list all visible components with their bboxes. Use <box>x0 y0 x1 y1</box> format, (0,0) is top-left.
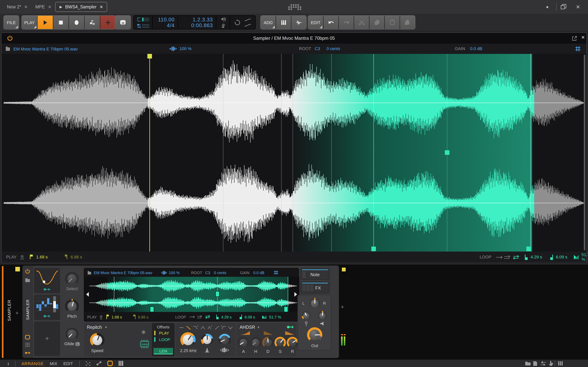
time-signature-value[interactable]: 4/4 <box>156 22 174 28</box>
close-tab-icon[interactable]: ✕ <box>100 4 103 9</box>
expanded-view-icon[interactable] <box>25 334 30 340</box>
mini-loop-start-handle[interactable] <box>150 307 154 312</box>
mini-loop-end[interactable]: 6.09 s <box>245 315 255 319</box>
automation-write-icon[interactable] <box>244 24 251 26</box>
speed-knob[interactable] <box>90 333 104 348</box>
play-menu-button[interactable]: PLAY <box>22 16 37 29</box>
add-device-plus[interactable]: + <box>15 310 19 316</box>
loop-pingpong-icon[interactable] <box>204 315 211 319</box>
snap-grid-icon[interactable] <box>86 361 91 366</box>
paste-button[interactable] <box>385 16 400 29</box>
mini-play-end[interactable]: 6.86 s <box>138 315 148 319</box>
redo-button[interactable] <box>339 16 354 29</box>
automation-follow-icon[interactable] <box>244 18 251 21</box>
position-section[interactable]: 1.2.3.33 0:00.863 <box>178 16 216 29</box>
play-start-value[interactable]: 1.68 s <box>36 255 48 259</box>
loop-icon[interactable] <box>233 19 241 26</box>
mini-stretch-amount[interactable]: 100 % <box>169 270 180 275</box>
mini-crossfade-handle[interactable] <box>216 291 219 297</box>
ram-chip-icon[interactable]: RAM <box>140 340 149 348</box>
loop-crossfade-handle[interactable] <box>445 150 450 155</box>
mini-root-cents[interactable]: 0 cents <box>214 270 226 275</box>
loop-crossfade-value[interactable]: 51.7 % <box>581 252 588 261</box>
undo-button[interactable] <box>323 16 338 29</box>
mod-amount-arrow-icon[interactable] <box>43 287 51 292</box>
file-menu-button[interactable]: FILE <box>4 16 19 29</box>
mini-play-start[interactable]: 1.68 s <box>112 315 122 319</box>
close-tab-icon[interactable]: ✕ <box>48 4 51 9</box>
env-release-knob[interactable] <box>287 337 298 348</box>
device-selection-marker[interactable] <box>342 267 346 271</box>
add-device-plus[interactable]: + <box>341 304 344 310</box>
stop-button[interactable] <box>53 16 69 29</box>
layout-mix-tab[interactable]: MIX <box>50 361 57 366</box>
root-note-value[interactable]: C3 <box>315 46 320 51</box>
loop-pingpong-icon[interactable] <box>512 255 521 259</box>
filter-cutoff-value[interactable]: 2.25 kHz <box>176 348 201 353</box>
select-knob[interactable] <box>65 272 79 286</box>
cut-button[interactable] <box>354 16 369 29</box>
offset-len-button[interactable]: LEN <box>154 348 173 354</box>
metronome-icon[interactable] <box>221 23 225 28</box>
loop-off-icon[interactable] <box>189 315 196 319</box>
waveform-display[interactable] <box>1 54 587 251</box>
overdub-button[interactable]: W <box>85 16 100 29</box>
virtual-keyboard-icon[interactable] <box>558 361 563 366</box>
tempo-value[interactable]: 110.00 <box>156 17 174 22</box>
loop-forward-icon[interactable] <box>197 315 203 319</box>
save-to-library-button[interactable] <box>115 16 130 29</box>
mini-loop-start[interactable]: 4.29 s <box>221 315 232 319</box>
modulator-slot-empty[interactable]: + <box>34 322 60 356</box>
note-chain-slot[interactable]: Note <box>301 268 330 280</box>
track-name-vertical[interactable]: SAMPLER <box>4 287 15 333</box>
tab-mpe[interactable]: MPE ✕ <box>32 2 55 12</box>
waveform-scrollbar[interactable] <box>584 55 585 250</box>
filter-resonance-knob[interactable] <box>201 334 213 346</box>
loop-forward-icon[interactable] <box>504 255 512 259</box>
filter-cutoff-knob[interactable] <box>180 332 196 348</box>
device-name-vertical[interactable]: SAMPLER <box>23 292 33 327</box>
device-power-icon[interactable] <box>25 269 30 274</box>
fx-chain-slot[interactable]: FX <box>301 281 330 293</box>
sample-file-name[interactable]: EM Mvoc Mantra E 70bpm 05.wav <box>13 46 78 51</box>
mini-loop-end-handle[interactable] <box>284 307 288 312</box>
gain-value[interactable]: 0.0 dB <box>470 46 482 51</box>
loop-start-handle[interactable] <box>371 247 376 251</box>
layout-edit-tab[interactable]: EDIT <box>63 361 73 366</box>
env-attack-knob[interactable] <box>238 337 249 348</box>
minimize-button[interactable]: ● <box>546 4 549 9</box>
mod-amount-arrow-icon[interactable] <box>43 314 51 318</box>
zoom-to-fit-icon[interactable] <box>274 270 278 275</box>
info-icon[interactable]: i <box>8 361 9 366</box>
play-button[interactable] <box>37 16 53 29</box>
io-routing-icon[interactable] <box>540 361 546 366</box>
scroll-right-arrow[interactable] <box>294 292 297 297</box>
position-value[interactable]: 1.2.3.33 <box>181 17 213 22</box>
filter-keytrack-knob[interactable] <box>219 334 231 346</box>
zoom-to-fit-icon[interactable] <box>575 46 581 52</box>
mixer-panel-toggle-icon[interactable] <box>118 361 123 366</box>
inspector-panel-icon[interactable] <box>533 361 537 366</box>
copy-button[interactable] <box>369 16 384 29</box>
play-end-value[interactable]: 6.86 s <box>71 255 82 259</box>
track-selection-marker[interactable] <box>15 267 20 271</box>
mini-crossfade[interactable]: 51.7 % <box>269 315 281 319</box>
filter-type-icons[interactable]: 4 4 4 <box>179 325 233 330</box>
stretch-amount[interactable]: 100 % <box>180 46 191 51</box>
loop-end-value[interactable]: 6.09 s <box>556 255 567 259</box>
glide-legato-badge[interactable]: L <box>75 342 80 346</box>
scroll-left-arrow[interactable] <box>86 292 89 297</box>
punch-in-icon[interactable] <box>220 17 226 22</box>
freeze-icon[interactable]: ❄ <box>141 329 146 335</box>
env-mod-arrow-icon[interactable] <box>286 325 295 330</box>
loop-end-handle[interactable] <box>526 247 531 251</box>
out-knob[interactable] <box>307 327 322 342</box>
remote-controls-icon[interactable] <box>25 342 30 347</box>
tempo-section[interactable]: 110.00 4/4 <box>153 16 178 29</box>
record-button[interactable] <box>69 16 84 29</box>
modulation-routing-icon[interactable] <box>25 350 31 355</box>
mini-waveform-display[interactable] <box>84 277 299 312</box>
glide-knob[interactable] <box>65 328 78 341</box>
mini-reverse-toggle[interactable]: R <box>100 315 102 319</box>
offset-loop[interactable]: LOOP <box>152 337 174 342</box>
